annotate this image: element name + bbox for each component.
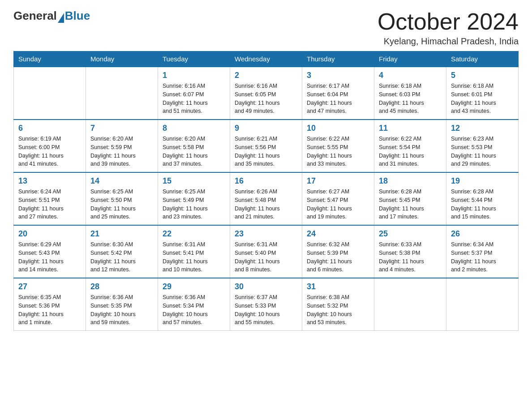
day-info: Sunrise: 6:26 AMSunset: 5:48 PMDaylight:… xyxy=(235,188,297,221)
day-number: 26 xyxy=(451,229,514,239)
calendar-cell: 29Sunrise: 6:36 AMSunset: 5:34 PMDayligh… xyxy=(158,278,230,331)
day-info: Sunrise: 6:16 AMSunset: 6:05 PMDaylight:… xyxy=(235,82,297,116)
day-info: Sunrise: 6:33 AMSunset: 5:38 PMDaylight:… xyxy=(379,240,442,274)
calendar-cell: 30Sunrise: 6:37 AMSunset: 5:33 PMDayligh… xyxy=(230,278,302,331)
week-row-4: 20Sunrise: 6:29 AMSunset: 5:43 PMDayligh… xyxy=(14,225,519,278)
day-number: 13 xyxy=(18,176,81,186)
logo-text: General Blue xyxy=(13,9,90,23)
day-number: 9 xyxy=(235,124,297,133)
day-info: Sunrise: 6:21 AMSunset: 5:56 PMDaylight:… xyxy=(235,135,297,168)
day-number: 4 xyxy=(379,71,442,80)
title-area: October 2024 Kyelang, Himachal Pradesh, … xyxy=(378,9,519,47)
calendar-cell: 6Sunrise: 6:19 AMSunset: 6:00 PMDaylight… xyxy=(14,120,86,172)
day-number: 20 xyxy=(18,229,81,239)
day-number: 5 xyxy=(451,71,514,80)
calendar-cell: 22Sunrise: 6:31 AMSunset: 5:41 PMDayligh… xyxy=(158,225,230,278)
calendar-cell: 28Sunrise: 6:36 AMSunset: 5:35 PMDayligh… xyxy=(86,278,158,331)
calendar-cell: 13Sunrise: 6:24 AMSunset: 5:51 PMDayligh… xyxy=(14,172,86,225)
calendar-cell xyxy=(14,67,86,120)
day-info: Sunrise: 6:28 AMSunset: 5:45 PMDaylight:… xyxy=(379,188,442,221)
weekday-header-friday: Friday xyxy=(374,51,446,67)
day-info: Sunrise: 6:24 AMSunset: 5:51 PMDaylight:… xyxy=(18,188,81,221)
day-info: Sunrise: 6:17 AMSunset: 6:04 PMDaylight:… xyxy=(307,82,369,116)
day-info: Sunrise: 6:27 AMSunset: 5:47 PMDaylight:… xyxy=(307,188,369,221)
page-header: General Blue October 2024 Kyelang, Himac… xyxy=(13,9,519,47)
logo: General Blue xyxy=(13,9,90,23)
day-number: 14 xyxy=(90,176,153,186)
calendar-cell xyxy=(374,278,446,331)
calendar-cell: 21Sunrise: 6:30 AMSunset: 5:42 PMDayligh… xyxy=(86,225,158,278)
logo-blue: Blue xyxy=(65,9,90,23)
day-number: 3 xyxy=(307,71,369,80)
day-info: Sunrise: 6:16 AMSunset: 6:07 PMDaylight:… xyxy=(163,82,225,116)
day-info: Sunrise: 6:31 AMSunset: 5:41 PMDaylight:… xyxy=(163,240,225,274)
calendar-cell: 15Sunrise: 6:25 AMSunset: 5:49 PMDayligh… xyxy=(158,172,230,225)
day-info: Sunrise: 6:23 AMSunset: 5:53 PMDaylight:… xyxy=(451,135,514,168)
calendar-cell: 8Sunrise: 6:20 AMSunset: 5:58 PMDaylight… xyxy=(158,120,230,172)
day-info: Sunrise: 6:22 AMSunset: 5:54 PMDaylight:… xyxy=(379,135,442,168)
calendar-cell: 10Sunrise: 6:22 AMSunset: 5:55 PMDayligh… xyxy=(302,120,374,172)
day-info: Sunrise: 6:22 AMSunset: 5:55 PMDaylight:… xyxy=(307,135,369,168)
day-number: 15 xyxy=(163,176,225,186)
calendar-cell: 11Sunrise: 6:22 AMSunset: 5:54 PMDayligh… xyxy=(374,120,446,172)
logo-general: General xyxy=(13,9,57,23)
calendar-cell: 14Sunrise: 6:25 AMSunset: 5:50 PMDayligh… xyxy=(86,172,158,225)
day-number: 25 xyxy=(379,229,442,239)
day-number: 22 xyxy=(163,229,225,239)
calendar-cell: 5Sunrise: 6:18 AMSunset: 6:01 PMDaylight… xyxy=(446,67,519,120)
day-info: Sunrise: 6:30 AMSunset: 5:42 PMDaylight:… xyxy=(90,240,153,274)
weekday-header-monday: Monday xyxy=(86,51,158,67)
day-info: Sunrise: 6:36 AMSunset: 5:34 PMDaylight:… xyxy=(163,293,225,327)
calendar-cell: 31Sunrise: 6:38 AMSunset: 5:32 PMDayligh… xyxy=(302,278,374,331)
week-row-5: 27Sunrise: 6:35 AMSunset: 5:36 PMDayligh… xyxy=(14,278,519,331)
day-number: 21 xyxy=(90,229,153,239)
day-number: 1 xyxy=(163,71,225,80)
calendar-cell: 16Sunrise: 6:26 AMSunset: 5:48 PMDayligh… xyxy=(230,172,302,225)
calendar-cell: 18Sunrise: 6:28 AMSunset: 5:45 PMDayligh… xyxy=(374,172,446,225)
day-number: 31 xyxy=(307,282,369,291)
day-info: Sunrise: 6:18 AMSunset: 6:01 PMDaylight:… xyxy=(451,82,514,116)
week-row-3: 13Sunrise: 6:24 AMSunset: 5:51 PMDayligh… xyxy=(14,172,519,225)
calendar-cell: 19Sunrise: 6:28 AMSunset: 5:44 PMDayligh… xyxy=(446,172,519,225)
day-info: Sunrise: 6:32 AMSunset: 5:39 PMDaylight:… xyxy=(307,240,369,274)
day-info: Sunrise: 6:37 AMSunset: 5:33 PMDaylight:… xyxy=(235,293,297,327)
day-info: Sunrise: 6:29 AMSunset: 5:43 PMDaylight:… xyxy=(18,240,81,274)
calendar-cell: 25Sunrise: 6:33 AMSunset: 5:38 PMDayligh… xyxy=(374,225,446,278)
weekday-header-saturday: Saturday xyxy=(446,51,519,67)
day-number: 11 xyxy=(379,124,442,133)
weekday-header-sunday: Sunday xyxy=(14,51,86,67)
day-number: 30 xyxy=(235,282,297,291)
calendar-cell: 26Sunrise: 6:34 AMSunset: 5:37 PMDayligh… xyxy=(446,225,519,278)
weekday-header-tuesday: Tuesday xyxy=(158,51,230,67)
day-info: Sunrise: 6:34 AMSunset: 5:37 PMDaylight:… xyxy=(451,240,514,274)
day-number: 23 xyxy=(235,229,297,239)
calendar-cell xyxy=(86,67,158,120)
day-info: Sunrise: 6:35 AMSunset: 5:36 PMDaylight:… xyxy=(18,293,81,327)
day-info: Sunrise: 6:19 AMSunset: 6:00 PMDaylight:… xyxy=(18,135,81,168)
calendar-cell: 12Sunrise: 6:23 AMSunset: 5:53 PMDayligh… xyxy=(446,120,519,172)
day-number: 28 xyxy=(90,282,153,291)
calendar-cell: 20Sunrise: 6:29 AMSunset: 5:43 PMDayligh… xyxy=(14,225,86,278)
day-number: 29 xyxy=(163,282,225,291)
week-row-2: 6Sunrise: 6:19 AMSunset: 6:00 PMDaylight… xyxy=(14,120,519,172)
day-number: 17 xyxy=(307,176,369,186)
calendar-cell: 3Sunrise: 6:17 AMSunset: 6:04 PMDaylight… xyxy=(302,67,374,120)
day-number: 6 xyxy=(18,124,81,133)
day-number: 10 xyxy=(307,124,369,133)
weekday-header-row: SundayMondayTuesdayWednesdayThursdayFrid… xyxy=(14,51,519,67)
day-info: Sunrise: 6:25 AMSunset: 5:50 PMDaylight:… xyxy=(90,188,153,221)
day-number: 27 xyxy=(18,282,81,291)
month-title: October 2024 xyxy=(378,9,519,34)
day-info: Sunrise: 6:36 AMSunset: 5:35 PMDaylight:… xyxy=(90,293,153,327)
day-info: Sunrise: 6:20 AMSunset: 5:58 PMDaylight:… xyxy=(163,135,225,168)
calendar-cell: 7Sunrise: 6:20 AMSunset: 5:59 PMDaylight… xyxy=(86,120,158,172)
week-row-1: 1Sunrise: 6:16 AMSunset: 6:07 PMDaylight… xyxy=(14,67,519,120)
day-info: Sunrise: 6:38 AMSunset: 5:32 PMDaylight:… xyxy=(307,293,369,327)
day-info: Sunrise: 6:31 AMSunset: 5:40 PMDaylight:… xyxy=(235,240,297,274)
day-info: Sunrise: 6:28 AMSunset: 5:44 PMDaylight:… xyxy=(451,188,514,221)
day-number: 16 xyxy=(235,176,297,186)
calendar-cell: 9Sunrise: 6:21 AMSunset: 5:56 PMDaylight… xyxy=(230,120,302,172)
weekday-header-thursday: Thursday xyxy=(302,51,374,67)
calendar-cell: 24Sunrise: 6:32 AMSunset: 5:39 PMDayligh… xyxy=(302,225,374,278)
day-number: 19 xyxy=(451,176,514,186)
